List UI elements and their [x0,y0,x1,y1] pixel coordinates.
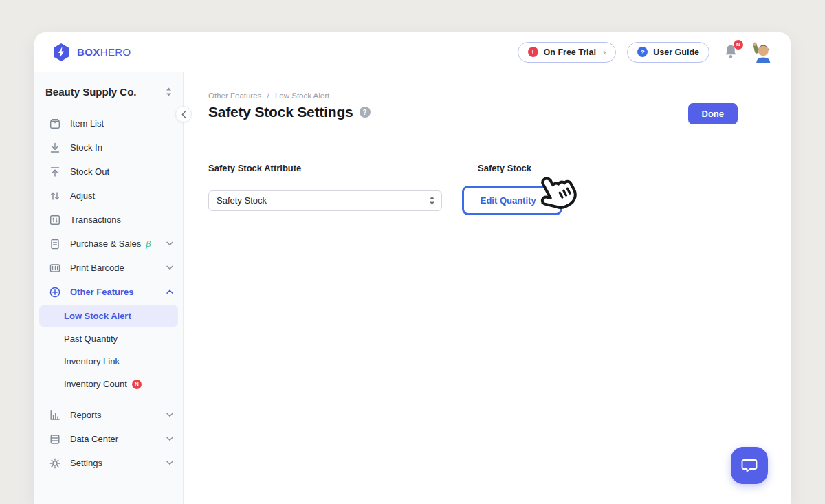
transactions-icon [49,214,61,226]
column-header-safety-stock: Safety Stock [478,163,531,173]
sidebar-item-label: Adjust [70,190,95,201]
sidebar-item-reports[interactable]: Reports [34,403,183,427]
barcode-icon [49,262,61,274]
purchase-sales-icon [49,238,61,250]
column-header-attribute: Safety Stock Attribute [208,163,478,173]
chevron-down-icon [166,413,173,417]
plus-circle-icon [49,286,61,298]
stock-out-icon [49,166,61,178]
boxhero-hexagon-icon [52,43,70,62]
done-button[interactable]: Done [688,103,738,124]
beta-badge: β [146,239,151,249]
breadcrumb-low-stock-alert[interactable]: Low Stock Alert [275,91,329,100]
main-content: Other Features / Low Stock Alert Safety … [184,72,791,504]
sidebar-item-purchase-sales[interactable]: Purchase & Salesβ [34,232,183,256]
help-icon[interactable]: ? [360,107,371,118]
reports-icon [49,409,61,421]
sidebar-collapse-button[interactable] [175,106,192,122]
trial-alert-icon: ! [528,47,538,57]
chat-bubble-icon [741,458,758,473]
edit-quantity-button[interactable]: Edit Quantity › [462,186,562,215]
free-trial-label: On Free Trial [544,47,596,57]
breadcrumb-other-features[interactable]: Other Features [208,91,261,100]
app-window: BOXHERO ! On Free Trial › ? User Guide N [34,32,791,504]
table-header-row: Safety Stock Attribute Safety Stock [208,163,738,184]
sidebar-item-settings[interactable]: Settings [34,451,183,475]
sidebar-item-print-barcode[interactable]: Print Barcode [34,256,183,280]
sidebar-item-label: Print Barcode [70,263,124,273]
sidebar-subitem-past-quantity[interactable]: Past Quantity [39,328,178,349]
sidebar-item-label: Stock Out [70,166,109,177]
settings-table: Safety Stock Attribute Safety Stock Safe… [208,163,738,217]
chevron-down-icon [166,461,173,465]
sidebar-item-item-list[interactable]: Item List [34,111,183,135]
chevron-left-icon [182,111,186,118]
sidebar-item-label: Purchase & Sales [70,239,141,249]
workspace-name: Beauty Supply Co. [45,86,137,98]
avatar[interactable] [751,41,773,63]
notification-badge: N [734,40,743,50]
chevron-down-icon [166,265,173,270]
data-center-icon [49,433,61,446]
new-badge: N [132,380,142,389]
chat-launcher-button[interactable] [731,447,768,484]
sidebar-item-label: Settings [70,458,102,468]
sidebar-item-transactions[interactable]: Transactions [34,208,183,232]
workspace-selector[interactable]: Beauty Supply Co. [34,82,183,102]
chevron-right-icon: › [541,195,544,206]
top-header: BOXHERO ! On Free Trial › ? User Guide N [34,32,791,72]
subitem-label: Inventory Link [64,356,120,366]
package-icon [49,118,61,130]
chevron-down-icon [166,437,173,441]
sidebar-item-adjust[interactable]: Adjust [34,184,183,208]
user-guide-label: User Guide [653,47,699,57]
brand-wordmark: BOXHERO [77,46,131,58]
sidebar-item-label: Other Features [70,287,133,297]
question-circle-icon: ? [637,47,648,57]
chevron-down-icon [166,241,173,246]
sidebar-item-label: Transactions [70,215,121,225]
sidebar-subitem-low-stock-alert[interactable]: Low Stock Alert [39,305,178,327]
sidebar-subitem-inventory-link[interactable]: Inventory Link [39,351,178,372]
sidebar-item-stock-in[interactable]: Stock In [34,135,183,160]
sidebar-item-label: Reports [70,410,102,420]
breadcrumb-separator: / [267,91,270,100]
sidebar-subitem-inventory-count[interactable]: Inventory Count N [39,373,178,395]
chevron-right-icon: › [603,47,606,57]
gear-icon [49,457,61,470]
sidebar-item-data-center[interactable]: Data Center [34,427,183,451]
table-row: Safety Stock Edit Quantity › [208,184,738,217]
page-title: Safety Stock Settings [208,104,353,120]
workspace-caret-icon [166,87,172,96]
sidebar-item-other-features[interactable]: Other Features [34,280,183,304]
stock-in-icon [49,142,61,154]
sidebar: Beauty Supply Co. Item List Stock In Sto… [34,72,184,504]
user-guide-button[interactable]: ? User Guide [627,42,710,63]
adjust-icon [49,190,61,202]
breadcrumb: Other Features / Low Stock Alert [208,91,329,100]
notifications-button[interactable]: N [723,43,740,61]
chevron-up-icon [166,289,173,294]
sidebar-item-stock-out[interactable]: Stock Out [34,160,183,184]
subitem-label: Past Quantity [64,333,118,344]
free-trial-button[interactable]: ! On Free Trial › [518,42,617,63]
select-caret-icon [429,196,435,205]
subitem-label: Low Stock Alert [64,311,131,321]
safety-stock-attribute-select[interactable]: Safety Stock [208,190,442,211]
sidebar-item-label: Item List [70,118,104,129]
sidebar-item-label: Stock In [70,142,102,153]
edit-quantity-label: Edit Quantity [481,195,536,206]
select-value: Safety Stock [217,195,267,206]
boxhero-logo: BOXHERO [52,43,131,62]
sidebar-item-label: Data Center [70,434,118,444]
subitem-label: Inventory Count [64,379,127,389]
